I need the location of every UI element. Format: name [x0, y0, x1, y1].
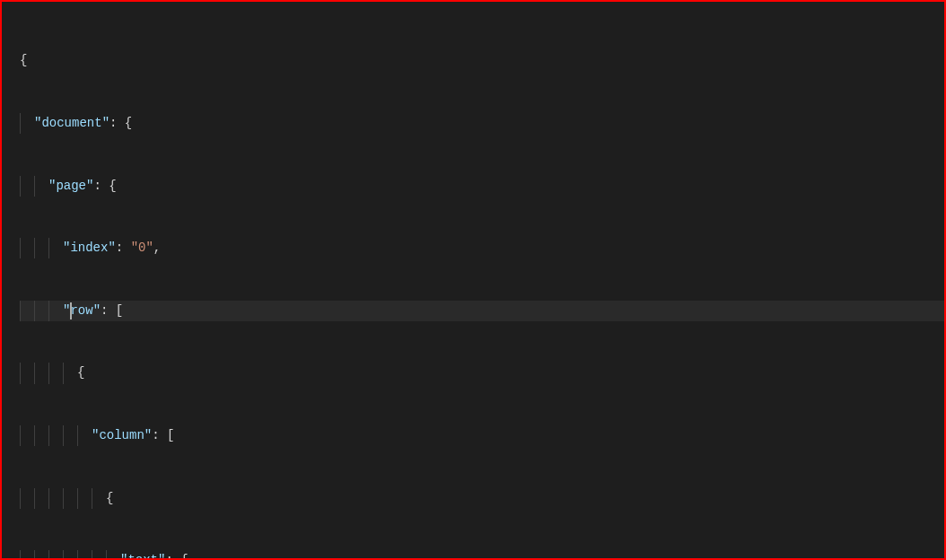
json-key: text [127, 553, 158, 560]
json-key: index [70, 241, 108, 255]
code-line-active: "row": [ [20, 301, 944, 321]
json-key: row [70, 303, 92, 318]
code-line: { [20, 50, 944, 71]
json-key: document [41, 116, 101, 130]
code-line: { [20, 488, 944, 509]
code-line: { [20, 363, 944, 383]
json-key: page [56, 179, 86, 193]
json-key: column [99, 428, 144, 442]
code-line: "index": "0", [20, 238, 944, 258]
code-line: "document": { [20, 113, 944, 134]
code-line: "text": { [20, 550, 944, 560]
code-line: "page": { [20, 176, 944, 197]
text-cursor [70, 302, 72, 319]
json-value: 0 [138, 241, 145, 255]
code-line: "column": [ [20, 425, 944, 446]
code-editor[interactable]: { "document": { "page": { "index": "0", … [2, 2, 944, 560]
